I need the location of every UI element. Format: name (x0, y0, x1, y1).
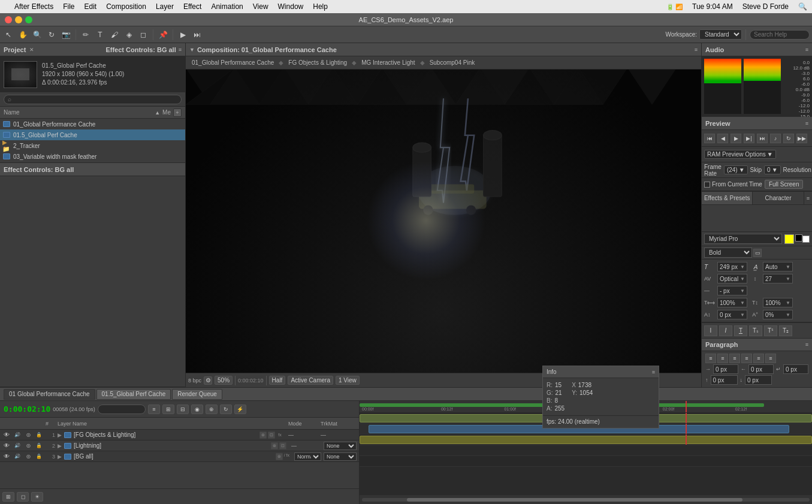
add-item-btn[interactable]: + (173, 108, 182, 117)
quality-control[interactable]: Half (269, 376, 286, 385)
tl-new-comp[interactable]: ⊞ (2, 492, 14, 502)
comp-settings-btn[interactable]: ⚙ (204, 376, 212, 385)
skip-dropdown[interactable]: 0 ▼ (764, 165, 780, 174)
layer-solo-3[interactable]: ◎ (24, 452, 32, 461)
lc-btn-5[interactable]: ⊛ (276, 453, 283, 460)
tl-btn-5[interactable]: ⊕ (206, 405, 218, 414)
comp-panel-menu[interactable]: ≡ (695, 47, 698, 53)
workspace-dropdown[interactable]: Standard (699, 29, 742, 40)
zoom-control[interactable]: 50% (215, 376, 233, 385)
tl-btn-3[interactable]: ⊟ (177, 405, 189, 414)
toolbar-zoom[interactable]: 🔍 (31, 29, 43, 41)
lc-btn-1[interactable]: ⊛ (259, 431, 267, 439)
layer-solo-1[interactable]: ◎ (24, 431, 32, 439)
loop-btn[interactable]: ↻ (783, 134, 794, 143)
search-icon-global[interactable]: 🔍 (798, 2, 807, 11)
tl-scroll-thumb[interactable] (407, 498, 742, 502)
prev-frame-btn[interactable]: ◀ (717, 134, 728, 143)
fill-color-swatch[interactable] (784, 234, 794, 244)
ram-preview-dropdown[interactable]: RAM Preview Options ▼ (704, 150, 776, 159)
effect-menu[interactable]: Effect (183, 2, 201, 11)
list-item[interactable]: 01.5_Global Perf Cache (0, 129, 185, 140)
space-after-field[interactable]: 0 px (745, 375, 772, 385)
layer-lock-2[interactable]: 🔒 (35, 442, 43, 450)
effects-menu[interactable]: ≡ (804, 195, 812, 201)
align-right-btn[interactable]: ≡ (729, 354, 740, 363)
toolbar-text[interactable]: T (94, 29, 106, 41)
layer-mode-3[interactable]: Normal (294, 452, 321, 461)
indent-first-field[interactable]: 0 px (783, 364, 808, 374)
vscale-field[interactable]: 100% ▼ (763, 298, 793, 307)
view-menu[interactable]: View (253, 2, 268, 11)
paragraph-menu[interactable]: ≡ (805, 342, 808, 348)
preview-menu[interactable]: ≡ (805, 120, 808, 126)
list-item[interactable]: 03_Variable width mask feather (0, 151, 185, 162)
font-family-dropdown[interactable]: Myriad Pro (704, 234, 782, 244)
project-panel-menu[interactable]: ≡ (179, 47, 182, 53)
ram-preview-btn[interactable]: ▶▶ (796, 134, 807, 143)
tl-btn-4[interactable]: ◉ (191, 405, 203, 414)
tl-tab-render[interactable]: Render Queue (172, 389, 222, 400)
hscale-field[interactable]: 100% ▼ (717, 298, 747, 307)
app-menu[interactable]: After Effects (14, 2, 53, 11)
comp-tab-2[interactable]: MG Interactive Light (359, 59, 417, 66)
toolbar-stamp[interactable]: ◈ (123, 29, 135, 41)
help-menu[interactable]: Help (313, 2, 328, 11)
toolbar-eraser[interactable]: ◻ (137, 29, 149, 41)
lc-btn-4[interactable]: ⊡ (279, 442, 286, 449)
sub-btn[interactable]: T₂ (779, 325, 792, 336)
from-current-checkbox-label[interactable]: From Current Time (704, 181, 762, 188)
toolbar-playback[interactable]: ▶ (177, 29, 189, 41)
layer-audio-3[interactable]: 🔊 (13, 452, 22, 461)
stroke-color-swatch[interactable] (795, 234, 810, 243)
indent-right-field[interactable]: 0 px (748, 364, 774, 374)
toolbar-hand[interactable]: ✋ (17, 29, 29, 41)
layer-menu[interactable]: Layer (156, 2, 174, 11)
view-control[interactable]: 1 View (336, 376, 360, 385)
layer-vis-1[interactable]: 👁 (2, 431, 11, 439)
layer-lock-3[interactable]: 🔒 (35, 452, 43, 461)
full-screen-button[interactable]: Full Screen (765, 180, 804, 189)
toolbar-select[interactable]: ↖ (2, 29, 14, 41)
layer-audio-1[interactable]: 🔊 (13, 431, 22, 439)
tl-scrollbar[interactable] (360, 494, 812, 504)
tl-btn-6[interactable]: ↻ (220, 405, 232, 414)
align-justify3-btn[interactable]: ≡ (765, 354, 776, 363)
tl-search-input[interactable] (98, 405, 146, 414)
go-to-start-btn[interactable]: ⏮ (704, 134, 715, 143)
baseline-field[interactable]: 0 px ▼ (717, 310, 747, 319)
layer-vis-3[interactable]: 👁 (2, 452, 11, 461)
list-item[interactable]: 04 Rolling Shutter Repair (0, 162, 185, 162)
go-to-end-btn[interactable]: ⏭ (757, 134, 768, 143)
indent-left-field[interactable]: 0 px (713, 364, 738, 374)
next-frame-btn[interactable]: ▶| (744, 134, 754, 143)
window-menu[interactable]: Window (278, 2, 304, 11)
toolbar-camera[interactable]: 📷 (60, 29, 72, 41)
tl-tab-2[interactable]: 01.5_Global Perf Cache (96, 389, 171, 400)
align-justify2-btn[interactable]: ≡ (753, 354, 764, 363)
toolbar-pen[interactable]: ✏ (80, 29, 92, 41)
lc-btn-3[interactable]: ⊛ (271, 442, 278, 449)
layer-lock-1[interactable]: 🔒 (35, 431, 43, 439)
align-justify-btn[interactable]: ≡ (741, 354, 752, 363)
comp-viewport[interactable] (186, 70, 701, 373)
layer-solo-2[interactable]: ◎ (24, 442, 32, 450)
frame-rate-dropdown[interactable]: (24) ▼ (724, 165, 748, 174)
align-center-btn[interactable]: ≡ (717, 354, 728, 363)
stroke-swatch-2[interactable]: ▭ (753, 249, 762, 257)
comp-tab-1[interactable]: FG Objects & Lighting (286, 59, 349, 66)
tl-btn-solo[interactable]: ≡ (148, 405, 160, 414)
tab-character[interactable]: Character (753, 192, 804, 204)
play-btn[interactable]: ▶ (731, 134, 741, 143)
lc-btn-2[interactable]: ⊡ (268, 431, 275, 439)
toolbar-rotate[interactable]: ↻ (46, 29, 58, 41)
comp-tab-0[interactable]: 01_Global Performance Cache (189, 59, 276, 66)
tracking-field[interactable]: Optical ▼ (717, 274, 747, 283)
layer-vis-2[interactable]: 👁 (2, 442, 11, 450)
layer-expand-1[interactable]: ▶ (58, 432, 62, 438)
kerning-field[interactable]: Auto ▼ (763, 262, 793, 271)
layer-expand-3[interactable]: ▶ (58, 454, 62, 460)
tl-btn-7[interactable]: ⚡ (234, 405, 246, 414)
leading-field[interactable]: 27 ▼ (763, 274, 793, 283)
toolbar-brush[interactable]: 🖌 (108, 29, 120, 41)
